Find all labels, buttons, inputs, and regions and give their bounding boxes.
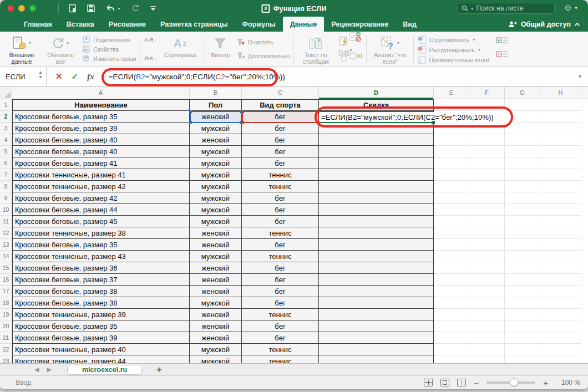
cell-d13[interactable] xyxy=(319,239,434,251)
search-field[interactable]: ▼ Поиск на листе xyxy=(458,3,555,14)
cell-c9[interactable]: бег xyxy=(242,192,319,204)
cell-f11[interactable] xyxy=(469,216,505,227)
row-header-4[interactable]: 4 xyxy=(0,134,12,146)
cell-d1[interactable]: Скидка xyxy=(319,99,434,111)
cell-b14[interactable]: мужской xyxy=(190,251,242,262)
cell-d20[interactable] xyxy=(319,320,434,332)
cell-h20[interactable] xyxy=(540,320,581,332)
minimize-window-button[interactable] xyxy=(18,5,25,12)
relationships-icon[interactable] xyxy=(350,52,362,63)
cell-h14[interactable] xyxy=(540,251,581,262)
cell-b18[interactable]: мужской xyxy=(190,297,242,309)
cell-g1[interactable] xyxy=(505,99,540,111)
cell-b7[interactable]: мужской xyxy=(190,169,242,181)
cell-d6[interactable] xyxy=(319,157,434,169)
cell-d18[interactable] xyxy=(319,297,434,309)
cell-f6[interactable] xyxy=(469,157,505,169)
formula-bar-expand-icon[interactable]: ▼ xyxy=(577,74,582,79)
cell-c3[interactable]: бег xyxy=(242,123,319,134)
cell-c7[interactable]: теннис xyxy=(242,169,319,181)
cell-a17[interactable]: Кроссовки беговые, размер 38 xyxy=(12,286,190,297)
row-header-8[interactable]: 8 xyxy=(0,181,12,192)
cell-b5[interactable]: мужской xyxy=(190,146,242,157)
tab-formulas[interactable]: Формулы xyxy=(235,17,282,32)
cell-h6[interactable] xyxy=(540,157,581,169)
cell-e18[interactable] xyxy=(434,297,469,309)
refresh-all-dropdown-icon[interactable]: ▼ xyxy=(66,41,69,45)
column-header-g[interactable]: G xyxy=(505,86,540,99)
what-if-analysis-button[interactable]: ? ▼ Анализ "что если" xyxy=(371,33,409,65)
cell-a23[interactable]: Кроссовки теннисные, размер 44 xyxy=(12,355,190,363)
cell-f10[interactable] xyxy=(469,204,505,216)
ungroup-dropdown-icon[interactable]: ▼ xyxy=(478,48,481,52)
share-control[interactable]: Общий доступ xyxy=(508,17,580,32)
row-header-18[interactable]: 18 xyxy=(0,297,12,309)
external-data-button[interactable]: ▼ Внешние данные xyxy=(4,33,39,65)
cell-g12[interactable] xyxy=(505,227,540,239)
tab-insert[interactable]: Вставка xyxy=(59,17,102,32)
cell-b22[interactable]: мужской xyxy=(190,344,242,355)
cell-h2[interactable] xyxy=(540,111,581,123)
cell-e20[interactable] xyxy=(434,320,469,332)
cell-a1[interactable]: Наименование xyxy=(12,99,190,111)
cell-c22[interactable]: теннис xyxy=(242,344,319,355)
cell-a11[interactable]: Кроссовки беговые, размер 45 xyxy=(12,216,190,227)
cell-a2[interactable]: Кроссовки беговые, размер 35 xyxy=(12,111,190,123)
row-header-23[interactable]: 23 xyxy=(0,355,12,363)
range-handle[interactable] xyxy=(241,121,244,124)
cell-g6[interactable] xyxy=(505,157,540,169)
column-header-a[interactable]: A xyxy=(12,86,190,99)
cell-a15[interactable]: Кроссовки беговые, размер 36 xyxy=(12,262,190,274)
connections-button[interactable]: Подключения xyxy=(82,35,136,44)
range-handle[interactable] xyxy=(317,110,320,113)
cell-h9[interactable] xyxy=(540,192,581,204)
cell-h19[interactable] xyxy=(540,309,581,320)
name-box-stepper[interactable]: ▲▼ xyxy=(38,70,43,80)
cell-d21[interactable] xyxy=(319,332,434,344)
row-header-6[interactable]: 6 xyxy=(0,157,12,169)
cell-c10[interactable]: бег xyxy=(242,204,319,216)
data-validation-icon[interactable]: ▼ xyxy=(349,32,363,54)
cell-c15[interactable]: бег xyxy=(242,262,319,274)
cell-f19[interactable] xyxy=(469,309,505,320)
cell-e4[interactable] xyxy=(434,134,469,146)
cell-d14[interactable] xyxy=(319,251,434,262)
row-header-5[interactable]: 5 xyxy=(0,146,12,157)
cell-c19[interactable]: теннис xyxy=(242,309,319,320)
cell-f13[interactable] xyxy=(469,239,505,251)
cell-a22[interactable]: Кроссовки теннисные, размер 40 xyxy=(12,344,190,355)
close-window-button[interactable] xyxy=(7,5,14,12)
cell-b17[interactable]: женский xyxy=(190,286,242,297)
cell-g11[interactable] xyxy=(505,216,540,227)
cell-e1[interactable] xyxy=(434,99,469,111)
cell-a6[interactable]: Кроссовки беговые, размер 41 xyxy=(12,157,190,169)
cell-c13[interactable]: бег xyxy=(242,239,319,251)
cell-g17[interactable] xyxy=(505,286,540,297)
cell-e12[interactable] xyxy=(434,227,469,239)
cell-c18[interactable]: бег xyxy=(242,297,319,309)
cell-h11[interactable] xyxy=(540,216,581,227)
cell-e9[interactable] xyxy=(434,192,469,204)
tab-page-layout[interactable]: Разметка страницы xyxy=(153,17,235,32)
cell-g15[interactable] xyxy=(505,262,540,274)
cell-a10[interactable]: Кроссовки беговые, размер 44 xyxy=(12,204,190,216)
row-header-2[interactable]: 2 xyxy=(0,111,12,123)
cell-d9[interactable] xyxy=(319,192,434,204)
row-header-10[interactable]: 10 xyxy=(0,204,12,216)
cell-c8[interactable]: теннис xyxy=(242,181,319,192)
cell-f5[interactable] xyxy=(469,146,505,157)
what-if-dropdown-icon[interactable]: ▼ xyxy=(396,41,399,45)
tab-home[interactable]: Главная xyxy=(17,17,59,32)
cell-d2-edit[interactable]: =ЕСЛИ(B2="мужской";0;ЕСЛИ(C2="бег";20%;1… xyxy=(320,111,510,123)
row-header-16[interactable]: 16 xyxy=(0,274,12,286)
cell-f17[interactable] xyxy=(469,286,505,297)
cell-a5[interactable]: Кроссовки беговые, размер 40 xyxy=(12,146,190,157)
prev-sheet-icon[interactable]: ◀ xyxy=(34,366,39,373)
column-header-h[interactable]: H xyxy=(540,86,581,99)
show-detail-icon[interactable] xyxy=(496,36,508,48)
subtotal-button[interactable]: Промежуточные итоги xyxy=(418,55,489,64)
sort-az-button[interactable]: А-Я↓ xyxy=(144,36,156,44)
active-cell-handle[interactable] xyxy=(432,121,435,124)
row-header-15[interactable]: 15 xyxy=(0,262,12,274)
column-header-d[interactable]: D xyxy=(319,86,434,99)
